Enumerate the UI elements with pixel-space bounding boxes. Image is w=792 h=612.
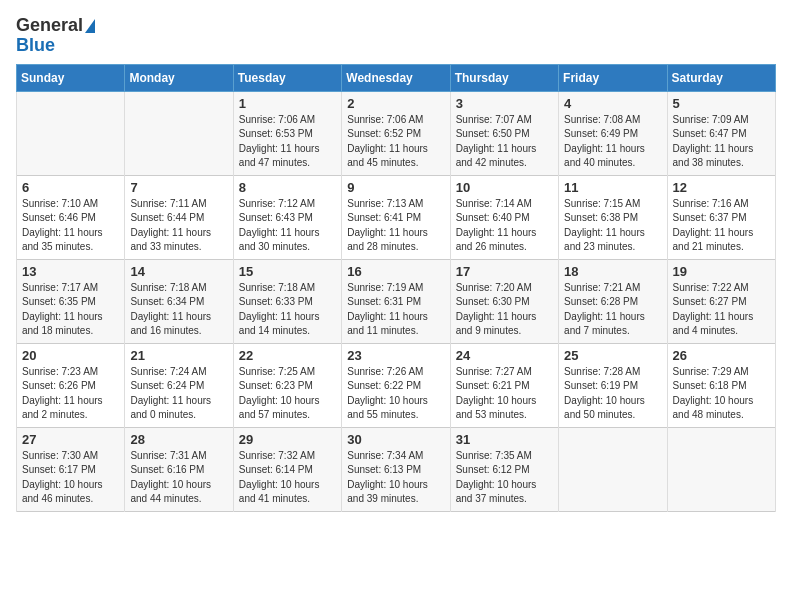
daylight-text: Daylight: 11 hours and 28 minutes. (347, 226, 444, 255)
sunset-text: Sunset: 6:47 PM (673, 127, 770, 142)
sunrise-text: Sunrise: 7:31 AM (130, 449, 227, 464)
day-number: 27 (22, 432, 119, 447)
day-detail: Sunrise: 7:23 AMSunset: 6:26 PMDaylight:… (22, 365, 119, 423)
calendar-cell: 22Sunrise: 7:25 AMSunset: 6:23 PMDayligh… (233, 343, 341, 427)
daylight-text: Daylight: 11 hours and 0 minutes. (130, 394, 227, 423)
daylight-text: Daylight: 10 hours and 53 minutes. (456, 394, 553, 423)
sunset-text: Sunset: 6:31 PM (347, 295, 444, 310)
day-number: 1 (239, 96, 336, 111)
daylight-text: Daylight: 11 hours and 30 minutes. (239, 226, 336, 255)
day-number: 29 (239, 432, 336, 447)
weekday-header-sunday: Sunday (17, 64, 125, 91)
calendar-cell (559, 427, 667, 511)
day-number: 18 (564, 264, 661, 279)
day-detail: Sunrise: 7:32 AMSunset: 6:14 PMDaylight:… (239, 449, 336, 507)
sunset-text: Sunset: 6:35 PM (22, 295, 119, 310)
calendar-cell: 31Sunrise: 7:35 AMSunset: 6:12 PMDayligh… (450, 427, 558, 511)
daylight-text: Daylight: 11 hours and 14 minutes. (239, 310, 336, 339)
sunrise-text: Sunrise: 7:06 AM (347, 113, 444, 128)
day-detail: Sunrise: 7:29 AMSunset: 6:18 PMDaylight:… (673, 365, 770, 423)
sunrise-text: Sunrise: 7:24 AM (130, 365, 227, 380)
day-detail: Sunrise: 7:28 AMSunset: 6:19 PMDaylight:… (564, 365, 661, 423)
day-number: 30 (347, 432, 444, 447)
calendar-cell (17, 91, 125, 175)
logo-general: General (16, 16, 83, 36)
day-detail: Sunrise: 7:13 AMSunset: 6:41 PMDaylight:… (347, 197, 444, 255)
sunset-text: Sunset: 6:28 PM (564, 295, 661, 310)
daylight-text: Daylight: 11 hours and 40 minutes. (564, 142, 661, 171)
daylight-text: Daylight: 10 hours and 55 minutes. (347, 394, 444, 423)
day-number: 17 (456, 264, 553, 279)
day-number: 25 (564, 348, 661, 363)
day-number: 12 (673, 180, 770, 195)
sunrise-text: Sunrise: 7:21 AM (564, 281, 661, 296)
day-detail: Sunrise: 7:09 AMSunset: 6:47 PMDaylight:… (673, 113, 770, 171)
calendar-cell: 6Sunrise: 7:10 AMSunset: 6:46 PMDaylight… (17, 175, 125, 259)
day-number: 13 (22, 264, 119, 279)
sunrise-text: Sunrise: 7:34 AM (347, 449, 444, 464)
daylight-text: Daylight: 11 hours and 35 minutes. (22, 226, 119, 255)
sunset-text: Sunset: 6:24 PM (130, 379, 227, 394)
day-number: 9 (347, 180, 444, 195)
daylight-text: Daylight: 11 hours and 9 minutes. (456, 310, 553, 339)
calendar-cell (125, 91, 233, 175)
sunrise-text: Sunrise: 7:25 AM (239, 365, 336, 380)
day-number: 31 (456, 432, 553, 447)
weekday-header-wednesday: Wednesday (342, 64, 450, 91)
sunset-text: Sunset: 6:53 PM (239, 127, 336, 142)
sunrise-text: Sunrise: 7:29 AM (673, 365, 770, 380)
sunrise-text: Sunrise: 7:12 AM (239, 197, 336, 212)
day-number: 20 (22, 348, 119, 363)
sunrise-text: Sunrise: 7:20 AM (456, 281, 553, 296)
calendar-week-row: 27Sunrise: 7:30 AMSunset: 6:17 PMDayligh… (17, 427, 776, 511)
sunrise-text: Sunrise: 7:11 AM (130, 197, 227, 212)
calendar-cell: 20Sunrise: 7:23 AMSunset: 6:26 PMDayligh… (17, 343, 125, 427)
calendar-cell (667, 427, 775, 511)
sunset-text: Sunset: 6:14 PM (239, 463, 336, 478)
calendar-cell: 4Sunrise: 7:08 AMSunset: 6:49 PMDaylight… (559, 91, 667, 175)
sunset-text: Sunset: 6:44 PM (130, 211, 227, 226)
daylight-text: Daylight: 11 hours and 2 minutes. (22, 394, 119, 423)
calendar-week-row: 1Sunrise: 7:06 AMSunset: 6:53 PMDaylight… (17, 91, 776, 175)
header: General Blue (16, 16, 776, 56)
calendar-cell: 28Sunrise: 7:31 AMSunset: 6:16 PMDayligh… (125, 427, 233, 511)
weekday-header-tuesday: Tuesday (233, 64, 341, 91)
sunset-text: Sunset: 6:38 PM (564, 211, 661, 226)
sunset-text: Sunset: 6:26 PM (22, 379, 119, 394)
calendar-cell: 23Sunrise: 7:26 AMSunset: 6:22 PMDayligh… (342, 343, 450, 427)
calendar-cell: 25Sunrise: 7:28 AMSunset: 6:19 PMDayligh… (559, 343, 667, 427)
day-detail: Sunrise: 7:17 AMSunset: 6:35 PMDaylight:… (22, 281, 119, 339)
day-detail: Sunrise: 7:30 AMSunset: 6:17 PMDaylight:… (22, 449, 119, 507)
daylight-text: Daylight: 11 hours and 26 minutes. (456, 226, 553, 255)
sunrise-text: Sunrise: 7:10 AM (22, 197, 119, 212)
daylight-text: Daylight: 11 hours and 21 minutes. (673, 226, 770, 255)
daylight-text: Daylight: 10 hours and 57 minutes. (239, 394, 336, 423)
day-number: 3 (456, 96, 553, 111)
calendar-cell: 14Sunrise: 7:18 AMSunset: 6:34 PMDayligh… (125, 259, 233, 343)
sunrise-text: Sunrise: 7:26 AM (347, 365, 444, 380)
day-number: 16 (347, 264, 444, 279)
sunset-text: Sunset: 6:52 PM (347, 127, 444, 142)
sunset-text: Sunset: 6:37 PM (673, 211, 770, 226)
day-number: 24 (456, 348, 553, 363)
day-detail: Sunrise: 7:12 AMSunset: 6:43 PMDaylight:… (239, 197, 336, 255)
daylight-text: Daylight: 10 hours and 50 minutes. (564, 394, 661, 423)
calendar-cell: 24Sunrise: 7:27 AMSunset: 6:21 PMDayligh… (450, 343, 558, 427)
sunset-text: Sunset: 6:17 PM (22, 463, 119, 478)
sunset-text: Sunset: 6:19 PM (564, 379, 661, 394)
day-detail: Sunrise: 7:11 AMSunset: 6:44 PMDaylight:… (130, 197, 227, 255)
sunset-text: Sunset: 6:49 PM (564, 127, 661, 142)
day-detail: Sunrise: 7:14 AMSunset: 6:40 PMDaylight:… (456, 197, 553, 255)
day-detail: Sunrise: 7:08 AMSunset: 6:49 PMDaylight:… (564, 113, 661, 171)
day-detail: Sunrise: 7:15 AMSunset: 6:38 PMDaylight:… (564, 197, 661, 255)
calendar-cell: 10Sunrise: 7:14 AMSunset: 6:40 PMDayligh… (450, 175, 558, 259)
daylight-text: Daylight: 10 hours and 37 minutes. (456, 478, 553, 507)
sunrise-text: Sunrise: 7:28 AM (564, 365, 661, 380)
daylight-text: Daylight: 11 hours and 23 minutes. (564, 226, 661, 255)
daylight-text: Daylight: 10 hours and 46 minutes. (22, 478, 119, 507)
daylight-text: Daylight: 11 hours and 18 minutes. (22, 310, 119, 339)
sunrise-text: Sunrise: 7:30 AM (22, 449, 119, 464)
calendar-cell: 17Sunrise: 7:20 AMSunset: 6:30 PMDayligh… (450, 259, 558, 343)
daylight-text: Daylight: 10 hours and 44 minutes. (130, 478, 227, 507)
day-number: 6 (22, 180, 119, 195)
